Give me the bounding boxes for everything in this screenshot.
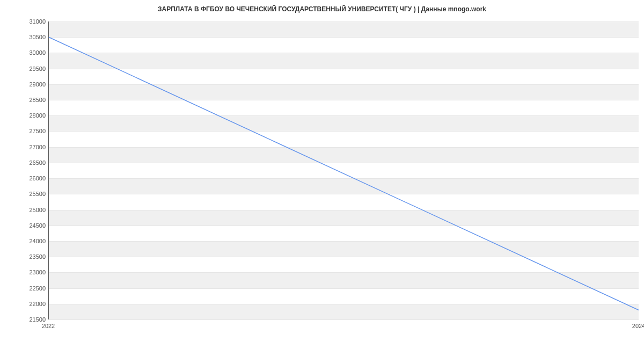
- gridline: [49, 319, 639, 320]
- y-tick-label: 29500: [19, 66, 46, 72]
- y-tick-label: 24500: [19, 222, 46, 229]
- y-tick-label: 23000: [19, 269, 46, 275]
- y-tick-label: 28500: [19, 97, 46, 103]
- y-tick-label: 22000: [19, 301, 46, 307]
- chart-plot-area: 2150022000225002300023500240002450025000…: [48, 21, 639, 330]
- y-tick-label: 27500: [19, 128, 46, 134]
- y-tick-label: 31000: [19, 18, 46, 25]
- y-tick-label: 28000: [19, 112, 46, 119]
- x-tick-label: 2022: [42, 323, 55, 329]
- line-series: [49, 21, 639, 319]
- chart-title: ЗАРПЛАТА В ФГБОУ ВО ЧЕЧЕНСКИЙ ГОСУДАРСТВ…: [0, 5, 644, 13]
- y-tick-label: 21500: [19, 316, 46, 323]
- y-tick-label: 23500: [19, 253, 46, 260]
- y-tick-label: 22500: [19, 285, 46, 292]
- y-tick-label: 29000: [19, 81, 46, 88]
- y-tick-label: 30500: [19, 34, 46, 40]
- plot-region: [48, 21, 639, 319]
- y-tick-label: 25000: [19, 207, 46, 213]
- y-tick-label: 25500: [19, 191, 46, 197]
- y-tick-label: 26000: [19, 175, 46, 181]
- y-tick-label: 30000: [19, 49, 46, 56]
- y-tick-label: 26500: [19, 159, 46, 166]
- y-tick-label: 27000: [19, 144, 46, 150]
- x-tick-label: 2024: [632, 323, 644, 329]
- y-tick-label: 24000: [19, 238, 46, 244]
